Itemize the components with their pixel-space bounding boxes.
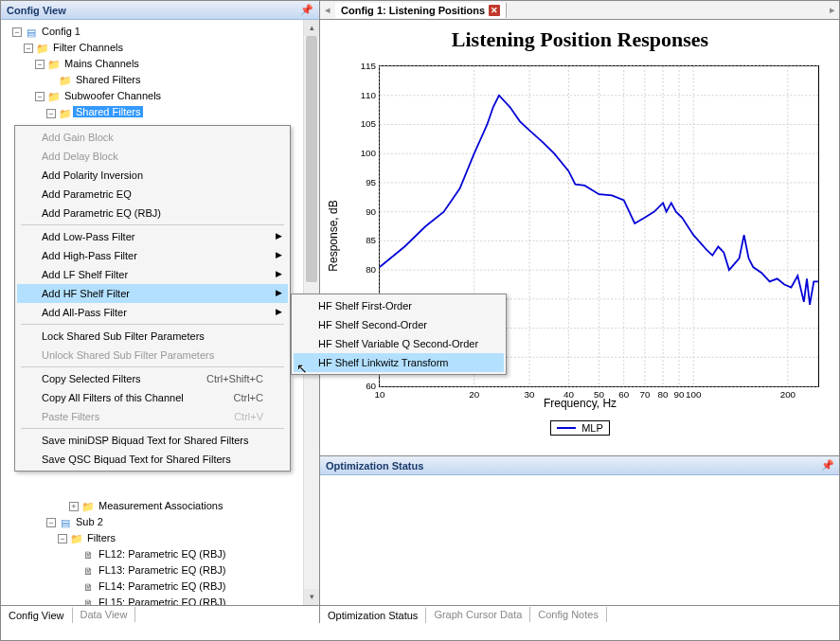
submenu-hf-linkwitz[interactable]: HF Shelf Linkwitz Transform — [294, 353, 504, 372]
menu-add-hf-shelf[interactable]: Add HF Shelf Filter — [17, 284, 288, 303]
collapse-icon[interactable]: − — [35, 60, 45, 69]
optimization-status-panel: Optimization Status 📌 — [320, 455, 840, 624]
menu-copy-all[interactable]: Copy All Filters of this ChannelCtrl+C — [17, 388, 288, 407]
expand-icon[interactable]: + — [69, 502, 79, 511]
submenu-hf-shelf[interactable]: HF Shelf First-Order HF Shelf Second-Ord… — [291, 294, 507, 375]
collapse-icon[interactable]: − — [35, 92, 45, 101]
collapse-icon[interactable]: − — [12, 27, 22, 37]
menu-separator — [21, 324, 284, 325]
tree-sub2-filters[interactable]: −📁Filters — [1, 530, 319, 546]
svg-text:200: 200 — [780, 389, 796, 400]
document-icon: ▤ — [58, 515, 73, 530]
svg-text:20: 20 — [469, 389, 479, 400]
svg-text:95: 95 — [366, 177, 376, 187]
collapse-icon[interactable]: − — [46, 518, 56, 527]
tree-shared-filters-mains[interactable]: 📁Shared Filters — [1, 72, 319, 88]
tree-fl13[interactable]: 🗎FL13: Parametric EQ (RBJ) — [1, 562, 319, 579]
menu-add-delay: Add Delay Block — [17, 147, 288, 166]
folder-icon: 📁 — [46, 57, 62, 72]
file-icon: 🗎 — [80, 579, 96, 595]
tree-shared-filters-sub[interactable]: −📁Shared Filters — [1, 104, 319, 120]
tab-data-view[interactable]: Data View — [73, 607, 136, 622]
tree-fl14[interactable]: 🗎FL14: Parametric EQ (RBJ) — [1, 579, 319, 595]
tree-meas-assoc[interactable]: +📁Measurement Associations — [1, 498, 319, 514]
svg-text:100: 100 — [686, 389, 702, 400]
menu-add-lowpass[interactable]: Add Low-Pass Filter — [17, 227, 288, 246]
menu-add-lf-shelf[interactable]: Add LF Shelf Filter — [17, 265, 288, 284]
chart-tab[interactable]: Config 1: Listening Positions ✕ — [335, 3, 507, 18]
left-bottom-tabs: Config View Data View — [1, 605, 319, 623]
opt-status-title: Optimization Status — [326, 460, 423, 472]
folder-icon: 📁 — [58, 73, 73, 88]
tab-opt-status[interactable]: Optimization Status — [320, 607, 426, 623]
menu-add-allpass[interactable]: Add All-Pass Filter — [17, 303, 288, 322]
tab-arrow-left[interactable]: ◂ — [320, 4, 335, 16]
tree-fl12[interactable]: 🗎FL12: Parametric EQ (RBJ) — [1, 546, 319, 562]
tab-graph-cursor[interactable]: Graph Cursor Data — [426, 607, 530, 622]
svg-text:110: 110 — [361, 90, 377, 100]
opt-status-header: Optimization Status 📌 — [320, 456, 840, 475]
collapse-icon[interactable]: − — [46, 109, 56, 118]
context-menu[interactable]: Add Gain Block Add Delay Block Add Polar… — [14, 125, 291, 472]
x-axis-label: Frequency, Hz — [544, 397, 617, 410]
file-icon: 🗎 — [80, 596, 96, 605]
collapse-icon[interactable]: − — [24, 44, 33, 53]
chart-area: Listening Position Responses Response, d… — [320, 20, 840, 455]
menu-lock-shared[interactable]: Lock Shared Sub Filter Parameters — [17, 327, 288, 346]
svg-text:90: 90 — [366, 206, 376, 217]
tree-fl15[interactable]: 🗎FL15: Parametric EQ (RBJ) — [1, 595, 319, 605]
tree-mains-channels[interactable]: −📁Mains Channels — [1, 56, 319, 72]
tab-config-view[interactable]: Config View — [1, 607, 73, 623]
chart-tab-bar: ◂ Config 1: Listening Positions ✕ ▸ — [320, 1, 840, 20]
menu-save-minidsp[interactable]: Save miniDSP Biquad Text for Shared Filt… — [17, 431, 288, 450]
submenu-hf-first-order[interactable]: HF Shelf First-Order — [294, 296, 504, 315]
collapse-icon[interactable]: − — [58, 534, 67, 543]
menu-unlock-shared: Unlock Shared Sub Filter Parameters — [17, 346, 288, 365]
tree-config-root[interactable]: −▤Config 1 — [1, 24, 319, 40]
tree-sub2[interactable]: −▤Sub 2 — [1, 514, 319, 530]
folder-icon: 📁 — [80, 499, 96, 514]
legend-label: MLP — [581, 422, 603, 434]
menu-add-peq-rbj[interactable]: Add Parametric EQ (RBJ) — [17, 204, 288, 223]
svg-text:60: 60 — [618, 389, 629, 400]
svg-text:105: 105 — [361, 118, 377, 129]
menu-add-gain: Add Gain Block — [17, 128, 288, 147]
chart-legend: MLP — [550, 420, 610, 436]
folder-icon: 📁 — [58, 106, 73, 121]
menu-add-polarity[interactable]: Add Polarity Inversion — [17, 166, 288, 185]
close-tab-icon[interactable]: ✕ — [489, 5, 500, 16]
tree-subwoofer-channels[interactable]: −📁Subwoofer Channels — [1, 88, 319, 104]
menu-separator — [21, 366, 284, 367]
scroll-down-icon[interactable]: ▾ — [304, 589, 319, 605]
tab-arrow-right[interactable]: ▸ — [825, 4, 840, 16]
chart-tab-label: Config 1: Listening Positions — [341, 5, 485, 16]
menu-add-peq[interactable]: Add Parametric EQ — [17, 185, 288, 204]
chart-title: Listening Position Responses — [331, 27, 829, 52]
svg-text:30: 30 — [525, 389, 535, 400]
pin-icon[interactable]: 📌 — [821, 459, 834, 472]
svg-text:85: 85 — [366, 235, 376, 245]
menu-save-qsc[interactable]: Save QSC Biquad Text for Shared Filters — [17, 450, 288, 469]
submenu-hf-variable-q[interactable]: HF Shelf Variable Q Second-Order — [294, 334, 504, 353]
svg-text:10: 10 — [375, 389, 385, 400]
config-view-header: Config View 📌 — [1, 1, 319, 20]
tab-config-notes[interactable]: Config Notes — [530, 607, 607, 622]
scroll-up-icon[interactable]: ▴ — [304, 20, 319, 36]
tree-filter-channels[interactable]: −📁Filter Channels — [1, 40, 319, 56]
svg-text:100: 100 — [361, 148, 377, 158]
config-view-title: Config View — [7, 5, 66, 16]
menu-add-highpass[interactable]: Add High-Pass Filter — [17, 246, 288, 265]
menu-paste: Paste FiltersCtrl+V — [17, 407, 288, 426]
menu-copy-selected[interactable]: Copy Selected FiltersCtrl+Shift+C — [17, 369, 288, 388]
svg-text:115: 115 — [361, 61, 377, 71]
svg-text:70: 70 — [639, 389, 650, 400]
menu-separator — [21, 224, 284, 225]
config-icon: ▤ — [24, 25, 39, 40]
folder-icon: 📁 — [69, 531, 84, 546]
submenu-hf-second-order[interactable]: HF Shelf Second-Order — [294, 315, 504, 334]
opt-status-body — [320, 475, 840, 624]
pin-icon[interactable]: 📌 — [300, 4, 313, 16]
scroll-thumb[interactable] — [306, 36, 317, 282]
folder-icon: 📁 — [46, 89, 62, 104]
file-icon: 🗎 — [80, 563, 96, 579]
